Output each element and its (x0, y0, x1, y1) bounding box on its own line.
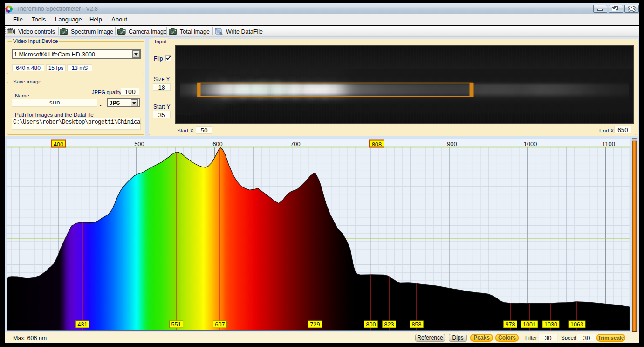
svg-text:700: 700 (290, 140, 301, 147)
svg-text:431: 431 (78, 321, 88, 328)
svg-text:978: 978 (506, 321, 515, 328)
svg-text:1063: 1063 (570, 321, 583, 328)
svg-text:808: 808 (372, 141, 382, 148)
svg-text:800: 800 (366, 321, 376, 328)
svg-text:551: 551 (171, 321, 181, 328)
svg-text:900: 900 (447, 140, 457, 147)
svg-text:500: 500 (134, 140, 144, 147)
svg-text:1100: 1100 (602, 140, 615, 147)
svg-text:823: 823 (384, 321, 394, 328)
svg-text:600: 600 (212, 140, 223, 147)
svg-text:1030: 1030 (544, 321, 557, 328)
svg-text:400: 400 (54, 141, 64, 148)
svg-text:729: 729 (310, 321, 320, 328)
svg-text:1001: 1001 (523, 321, 536, 328)
svg-text:1000: 1000 (524, 140, 537, 147)
svg-text:858: 858 (412, 321, 422, 328)
svg-text:607: 607 (215, 321, 225, 328)
